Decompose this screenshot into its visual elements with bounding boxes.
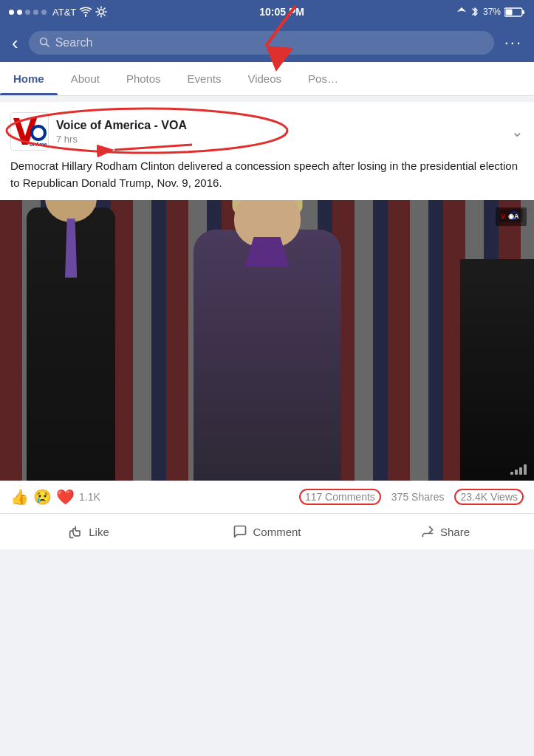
reactions-left: 👍 😢 ❤️ 1.1K <box>10 488 100 506</box>
tab-photos[interactable]: Photos <box>113 62 174 95</box>
status-right: 37% <box>456 6 525 18</box>
status-left: AT&T <box>9 6 107 18</box>
reaction-count: 1.1K <box>79 491 100 503</box>
status-time: 10:05 PM <box>259 6 304 18</box>
svg-point-0 <box>99 10 103 14</box>
reactions-row: 👍 😢 ❤️ 1.1K 117 Comments 375 Shares 23.4… <box>0 481 534 514</box>
video-figure-center <box>194 230 341 481</box>
tab-posts[interactable]: Pos… <box>295 62 352 95</box>
svg-rect-12 <box>522 10 524 14</box>
video-scene: V ◉A <box>0 200 534 481</box>
svg-line-7 <box>104 8 106 10</box>
share-label: Share <box>440 526 470 538</box>
tab-about[interactable]: About <box>58 62 113 95</box>
svg-text:V: V <box>501 213 505 220</box>
comment-button[interactable]: Comment <box>178 517 356 546</box>
post-info: Voice of America - VOA 7 hrs <box>56 119 504 145</box>
tab-videos[interactable]: Videos <box>234 62 295 95</box>
post-header: of America Voice of America - VOA 7 hrs … <box>0 102 534 158</box>
post-time: 7 hrs <box>56 134 504 145</box>
comments-count: 117 Comments <box>305 491 375 503</box>
signal-dot-1 <box>9 10 14 15</box>
signal-bar-1 <box>510 472 513 475</box>
svg-line-14 <box>46 44 49 47</box>
signal-dot-4 <box>33 10 38 15</box>
views-count-circled[interactable]: 23.4K Views <box>454 489 524 505</box>
video-signal <box>510 464 527 475</box>
status-bar: AT&T 10:05 PM 37% <box>0 0 534 24</box>
action-buttons: Like Comment Share <box>0 514 534 549</box>
svg-line-6 <box>104 15 106 16</box>
chevron-down-icon[interactable]: ⌄ <box>511 123 524 140</box>
tabs-bar: Home About Photos Events Videos Pos… <box>0 62 534 96</box>
signal-dot-5 <box>41 10 47 15</box>
search-bar[interactable]: Search <box>29 31 494 55</box>
battery-percent: 37% <box>483 7 501 17</box>
sad-reaction: 😢 <box>33 488 52 506</box>
nav-bar: ‹ Search ··· <box>0 24 534 62</box>
signal-bar-2 <box>515 470 518 475</box>
carrier-label: AT&T <box>52 7 76 18</box>
post-author-name: Voice of America - VOA <box>56 119 504 132</box>
like-icon <box>69 524 83 539</box>
battery-icon <box>504 7 525 18</box>
svg-rect-11 <box>506 9 513 15</box>
signal-dot-2 <box>17 10 22 15</box>
share-icon <box>420 524 435 539</box>
like-reaction: 👍 <box>10 488 29 506</box>
post: of America Voice of America - VOA 7 hrs … <box>0 102 534 549</box>
video-watermark: V ◉A <box>496 207 527 226</box>
bluetooth-icon <box>470 6 479 18</box>
comment-label: Comment <box>253 526 301 538</box>
tab-home[interactable]: Home <box>0 62 58 95</box>
location-icon <box>456 7 467 17</box>
search-icon <box>39 37 49 49</box>
share-button[interactable]: Share <box>356 517 534 546</box>
post-avatar: of America <box>10 112 49 151</box>
signal-dot-3 <box>25 10 30 15</box>
signal-bar-3 <box>519 467 522 475</box>
brightness-icon <box>95 6 107 18</box>
more-menu-button[interactable]: ··· <box>502 33 525 52</box>
video-figure-left <box>27 207 115 481</box>
svg-text:of America: of America <box>30 142 47 147</box>
svg-text:◉A: ◉A <box>508 213 519 220</box>
signal-bar-4 <box>524 464 527 475</box>
video-figure-right <box>460 259 534 481</box>
tab-events[interactable]: Events <box>174 62 235 95</box>
reactions-right: 117 Comments 375 Shares 23.4K Views <box>299 489 524 505</box>
comments-count-circled[interactable]: 117 Comments <box>299 489 381 505</box>
video-figure-left-tie <box>64 219 78 278</box>
post-header-wrapper: of America Voice of America - VOA 7 hrs … <box>0 102 534 158</box>
shares-count: 375 Shares <box>391 491 445 503</box>
svg-line-5 <box>97 8 99 10</box>
svg-marker-9 <box>457 7 466 12</box>
post-video[interactable]: V ◉A <box>0 200 534 481</box>
voa-logo: of America <box>12 114 47 149</box>
back-button[interactable]: ‹ <box>9 32 21 55</box>
wifi-icon <box>79 7 92 17</box>
search-placeholder: Search <box>55 36 93 49</box>
views-count: 23.4K Views <box>460 491 518 503</box>
svg-line-8 <box>97 15 99 16</box>
like-button[interactable]: Like <box>0 517 178 546</box>
video-placeholder: V ◉A <box>0 200 534 481</box>
like-label: Like <box>89 526 109 538</box>
comment-icon <box>233 524 247 539</box>
post-text: Democrat Hillary Rodham Clinton delivere… <box>0 158 534 200</box>
love-reaction: ❤️ <box>56 488 75 506</box>
